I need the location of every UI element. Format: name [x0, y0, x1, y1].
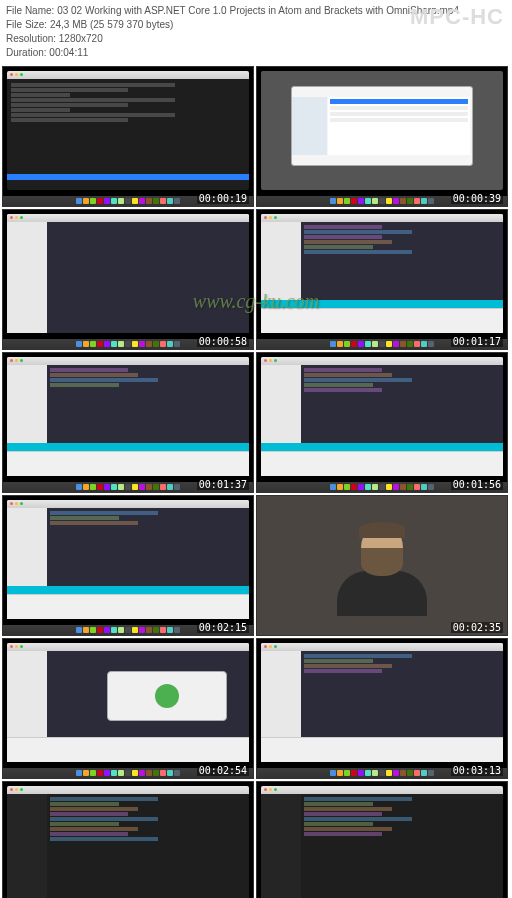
thumbnail-9[interactable]: 00:02:54 [2, 638, 254, 779]
presenter-photo [332, 516, 432, 616]
timestamp: 00:01:17 [451, 336, 503, 347]
thumbnail-10[interactable]: 00:03:13 [256, 638, 508, 779]
duration-label: Duration: [6, 47, 47, 58]
timestamp: 00:00:19 [197, 193, 249, 204]
timestamp: 00:02:54 [197, 765, 249, 776]
thumbnail-4[interactable]: 00:01:17 [256, 209, 508, 350]
thumbnail-12[interactable]: 00:03:52 [256, 781, 508, 898]
thumbnail-8-presenter[interactable]: 00:02:35 [256, 495, 508, 636]
thumbnail-1[interactable]: 00:00:19 [2, 66, 254, 207]
thumbnail-6[interactable]: 00:01:56 [256, 352, 508, 493]
timestamp: 00:00:39 [451, 193, 503, 204]
thumbnail-grid: 00:00:19 00:00:39 [0, 64, 512, 898]
thumbnail-2[interactable]: 00:00:39 [256, 66, 508, 207]
install-dialog [107, 671, 227, 721]
duration-value: 00:04:11 [49, 47, 88, 58]
filesize-value: 24,3 MB (25 579 370 bytes) [50, 19, 173, 30]
file-dialog [291, 86, 473, 166]
timestamp: 00:02:35 [451, 622, 503, 633]
timestamp: 00:01:56 [451, 479, 503, 490]
mpc-hc-logo: MPC-HC [410, 2, 504, 33]
success-icon [155, 684, 179, 708]
filesize-label: File Size: [6, 19, 47, 30]
resolution-label: Resolution: [6, 33, 56, 44]
filename-value: 03 02 Working with ASP.NET Core 1.0 Proj… [57, 5, 459, 16]
thumbnail-5[interactable]: 00:01:37 [2, 352, 254, 493]
timestamp: 00:02:15 [197, 622, 249, 633]
thumbnail-3[interactable]: 00:00:58 [2, 209, 254, 350]
watermark-text: www.cg-ku.com [193, 290, 319, 313]
filename-label: File Name: [6, 5, 54, 16]
thumbnail-7[interactable]: 00:02:15 [2, 495, 254, 636]
thumbnail-11[interactable]: 00:03:33 [2, 781, 254, 898]
timestamp: 00:01:37 [197, 479, 249, 490]
file-info-header: File Name: 03 02 Working with ASP.NET Co… [0, 0, 512, 64]
timestamp: 00:00:58 [197, 336, 249, 347]
timestamp: 00:03:13 [451, 765, 503, 776]
resolution-value: 1280x720 [59, 33, 103, 44]
